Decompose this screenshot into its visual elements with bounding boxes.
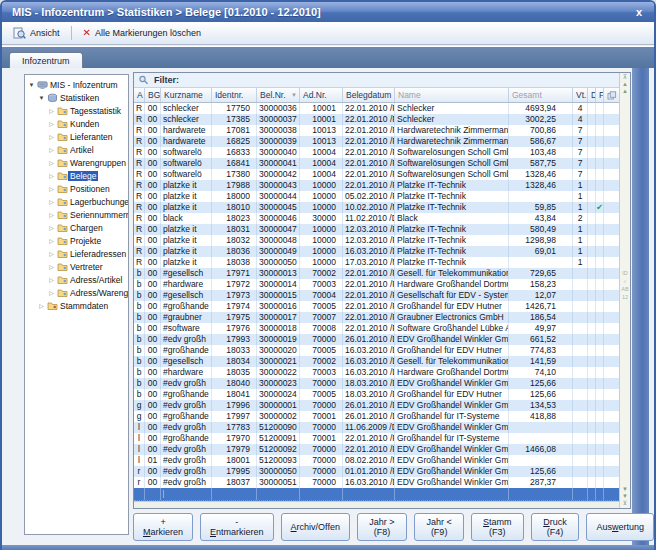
tree-item-positionen[interactable]: ▷Positionen bbox=[25, 182, 128, 195]
table-row[interactable]: l00#edv großh17979512000927000022.01.201… bbox=[134, 444, 620, 455]
table-row[interactable]: g00#edv großh17996300000017000026.01.201… bbox=[134, 400, 620, 411]
tree-expand-icon[interactable]: ▷ bbox=[47, 237, 56, 244]
tree-item-artikel[interactable]: ▷Artikel bbox=[25, 143, 128, 156]
table-row[interactable]: R00platzke it18038300000501000017.03.201… bbox=[134, 257, 620, 268]
auswertung-button[interactable]: Auswertung bbox=[586, 513, 654, 541]
table-row[interactable]: l00#großhande17970512000917000122.01.201… bbox=[134, 433, 620, 444]
tree-item-chargen[interactable]: ▷Chargen bbox=[25, 221, 128, 234]
quick-jump-icon[interactable]: ID bbox=[622, 270, 628, 276]
table-row[interactable]: b00#hardware18035300000227000316.03.2010… bbox=[134, 367, 620, 378]
column-header-belnr[interactable]: Bel.Nr.▼ bbox=[257, 88, 300, 102]
table-row[interactable]: r00#edv großh17995300000507000001.01.201… bbox=[134, 466, 620, 477]
tree-expand-icon[interactable]: ▷ bbox=[47, 107, 56, 114]
tree-item-adress-artikel[interactable]: ▷Adress/Artikel bbox=[25, 273, 128, 286]
append-row-selected[interactable] bbox=[134, 488, 620, 501]
quick-jump-icon[interactable]: 12 bbox=[622, 294, 628, 300]
tree-item-tagesstatistik[interactable]: ▷Tagesstatistik bbox=[25, 104, 128, 117]
scroll-up-icon[interactable]: ▲ bbox=[622, 81, 628, 87]
horizontal-scrollbar[interactable] bbox=[134, 501, 620, 508]
quick-jump-icon[interactable]: AB bbox=[621, 286, 628, 292]
table-row[interactable]: R00platzke it18000300000441000005.02.201… bbox=[134, 191, 620, 202]
tree-expand-icon[interactable]: ▷ bbox=[47, 185, 56, 192]
table-row[interactable]: R00platzke it17988300000431000022.01.201… bbox=[134, 180, 620, 191]
column-header-a[interactable]: A bbox=[134, 88, 145, 102]
entmarkieren-button[interactable]: - Entmarkieren bbox=[200, 513, 274, 541]
table-row[interactable]: R00hardwarete17081300000381001322.01.201… bbox=[134, 125, 620, 136]
column-header-vt[interactable]: Vt. bbox=[573, 88, 588, 102]
tree-item-vertreter[interactable]: ▷Vertreter bbox=[25, 260, 128, 273]
tree-expand-icon[interactable]: ▷ bbox=[47, 289, 56, 296]
tree-item-lieferadressen[interactable]: ▷Lieferadressen bbox=[25, 247, 128, 260]
tree-expand-icon[interactable]: ▷ bbox=[47, 276, 56, 283]
column-header-kurzname[interactable]: Kurzname bbox=[161, 88, 212, 102]
tree-item-belege[interactable]: ▷Belege bbox=[25, 169, 128, 182]
table-row[interactable]: b00#gesellsch18034300000217000216.03.201… bbox=[134, 356, 620, 367]
table-row[interactable]: b00#gesellsch17973300000157000422.01.201… bbox=[134, 290, 620, 301]
jahr-f9-button[interactable]: Jahr < (F9) bbox=[414, 513, 464, 541]
tree-item-warengruppen[interactable]: ▷Warengruppen bbox=[25, 156, 128, 169]
column-header-belegdatum[interactable]: Belegdatum bbox=[343, 88, 395, 102]
scroll-down-icon[interactable]: ⊻ bbox=[623, 500, 627, 506]
table-row[interactable]: b00#graubner17975300000177000722.01.2010… bbox=[134, 312, 620, 323]
close-icon[interactable]: x bbox=[624, 6, 654, 18]
column-header-name[interactable]: Name bbox=[395, 88, 509, 102]
scroll-up-icon[interactable]: ▲ bbox=[622, 88, 628, 94]
table-row[interactable]: R00softwarelö16841300000411000422.01.201… bbox=[134, 158, 620, 169]
tab-infozentrum[interactable]: Infozentrum bbox=[9, 52, 83, 68]
tree-expand-icon[interactable]: ▷ bbox=[47, 146, 56, 153]
tree-expand-icon[interactable]: ▷ bbox=[47, 250, 56, 257]
column-header-adnr[interactable]: Ad.Nr. bbox=[300, 88, 343, 102]
table-row[interactable]: b00#edv großh18040300000237000018.03.201… bbox=[134, 378, 620, 389]
table-row[interactable]: R00platzke it18010300000451000010.02.201… bbox=[134, 202, 620, 213]
clear-marks-button[interactable]: ✕ Alle Markierungen löschen bbox=[76, 25, 208, 41]
table-row[interactable]: R00softwarelö16833300000401000422.01.201… bbox=[134, 147, 620, 158]
tree-expand-icon[interactable]: ▷ bbox=[47, 120, 56, 127]
tree-item-kunden[interactable]: ▷Kunden bbox=[25, 117, 128, 130]
tree-item-stammdaten[interactable]: ▷Stammdaten bbox=[25, 299, 128, 312]
scroll-down-icon[interactable]: ▼ bbox=[622, 486, 628, 492]
column-header-f[interactable]: F bbox=[596, 88, 604, 102]
column-header-gesamt[interactable]: Gesamt bbox=[509, 88, 573, 102]
scroll-up-icon[interactable]: ⊼ bbox=[623, 74, 627, 80]
druck-f4-button[interactable]: Druck (F4) bbox=[531, 513, 580, 541]
table-row[interactable]: R00platzke it18032300000481000012.03.201… bbox=[134, 235, 620, 246]
tree-collapse-icon[interactable]: ▼ bbox=[27, 82, 36, 88]
markieren-button[interactable]: + Markieren bbox=[133, 513, 193, 541]
table-row[interactable]: r00#edv großh18037300000517000016.03.201… bbox=[134, 477, 620, 488]
tree-expand-icon[interactable]: ▷ bbox=[47, 263, 56, 270]
scroll-down-icon[interactable]: ▼ bbox=[622, 493, 628, 499]
column-chooser-header[interactable] bbox=[604, 88, 620, 102]
tree-expand-icon[interactable]: ▷ bbox=[47, 159, 56, 166]
tree-item-lieferanten[interactable]: ▷Lieferanten bbox=[25, 130, 128, 143]
quick-jump-icon[interactable]: ⌕ bbox=[623, 278, 626, 284]
tree-item-mis-infozentrum[interactable]: ▼MIS - Infozentrum bbox=[25, 78, 128, 91]
tree-expand-icon[interactable]: ▷ bbox=[47, 172, 56, 179]
stamm-f3-button[interactable]: Stamm (F3) bbox=[471, 513, 523, 541]
tree-item-projekte[interactable]: ▷Projekte bbox=[25, 234, 128, 247]
jahr-f8-button[interactable]: Jahr > (F8) bbox=[357, 513, 407, 541]
column-header-bg[interactable]: BG bbox=[145, 88, 161, 102]
table-row[interactable]: l00#edv großh17783512000907000011.06.200… bbox=[134, 422, 620, 433]
tree-expand-icon[interactable]: ▷ bbox=[47, 133, 56, 140]
table-row[interactable]: l01#edv großh18001512000937000008.02.201… bbox=[134, 455, 620, 466]
archiv-offen-button[interactable]: Archiv/Offen bbox=[281, 513, 350, 541]
tree-item-lagerbuchungen[interactable]: ▷Lagerbuchungen bbox=[25, 195, 128, 208]
tree-expand-icon[interactable]: ▷ bbox=[47, 211, 56, 218]
tree-item-seriennummern[interactable]: ▷Seriennummern bbox=[25, 208, 128, 221]
table-row[interactable]: b00#großhande18033300000207000516.03.201… bbox=[134, 345, 620, 356]
tree-item-adress-warengruppen[interactable]: ▷Adress/Warengruppen bbox=[25, 286, 128, 299]
table-row[interactable]: R00hardwarete16825300000391001322.01.201… bbox=[134, 136, 620, 147]
view-button[interactable]: Ansicht bbox=[6, 24, 67, 42]
tree-expand-icon[interactable]: ▷ bbox=[47, 198, 56, 205]
tree-expand-icon[interactable]: ▷ bbox=[47, 224, 56, 231]
table-row[interactable]: R00platzke it18031300000471000012.03.201… bbox=[134, 224, 620, 235]
table-row[interactable]: R00schlecker17750300000361000122.01.2010… bbox=[134, 103, 620, 114]
tree-item-statistiken[interactable]: ▼Statistiken bbox=[25, 91, 128, 104]
table-row[interactable]: R00softwarelö17380300000421000422.01.201… bbox=[134, 169, 620, 180]
table-row[interactable]: b00#großhande18041300000247000518.03.201… bbox=[134, 389, 620, 400]
column-header-d[interactable]: D bbox=[588, 88, 596, 102]
table-row[interactable]: b00#großhande17974300000167000522.01.201… bbox=[134, 301, 620, 312]
column-header-identnr[interactable]: Identnr. bbox=[212, 88, 257, 102]
tree-collapse-icon[interactable]: ▼ bbox=[37, 95, 46, 101]
filter-row[interactable]: Filter: bbox=[134, 73, 620, 88]
